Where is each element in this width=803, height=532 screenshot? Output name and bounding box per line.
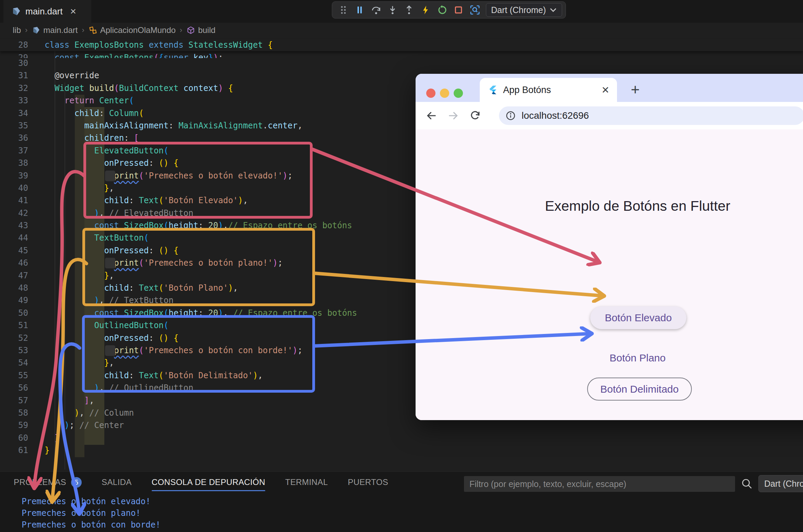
new-tab-button[interactable]: + [626,80,645,99]
line-number: 37 [0,144,28,157]
debug-device-label: Dart (Chrome) [491,5,546,15]
outlined-button[interactable]: Botón Delimitado [587,378,692,401]
widget-inspector-icon[interactable] [467,3,482,17]
panel-tabs: PROBLEMAS5SALIDACONSOLA DE DEPURACIÓNTER… [14,472,388,493]
sticky-code-line: 28class ExemplosBotons extends Stateless… [0,39,803,51]
class-icon [89,26,97,35]
line-number: 48 [0,282,28,294]
breadcrumb-item-aplicacionolamundo[interactable]: AplicacionOlaMundo [89,25,176,35]
line-number: 28 [0,39,28,51]
panel-tab-terminal[interactable]: TERMINAL [285,472,328,493]
site-info-icon[interactable] [505,110,516,121]
hot-reload-icon[interactable] [418,3,433,17]
line-number: 29 [0,51,28,58]
step-over-icon[interactable] [369,3,384,17]
line-number: 46 [0,257,28,269]
line-number: 34 [0,107,28,119]
breadcrumb-separator: › [180,26,182,35]
console-line: Premeches o botón con borde! [22,519,161,531]
annotation-box-elevatedbutton [83,142,313,219]
annotation-box-outlinedbutton [82,315,315,393]
line-number: 42 [0,207,28,219]
chevron-down-icon [549,7,557,13]
step-into-icon[interactable] [385,3,400,17]
code-line-60: 60 } [0,432,803,444]
line-number: 54 [0,357,28,369]
console-line: Premeches o botón plano! [22,507,161,519]
dart-icon [32,26,40,35]
line-number: 43 [0,219,28,232]
search-icon[interactable] [741,477,753,491]
pause-icon[interactable] [352,3,367,17]
line-number: 56 [0,382,28,394]
line-number: 60 [0,432,28,444]
line-number: 58 [0,407,28,419]
bottom-panel: PROBLEMAS5SALIDACONSOLA DE DEPURACIÓNTER… [0,471,803,532]
line-number: 41 [0,194,28,207]
url-bar[interactable]: localhost:62696 [499,106,803,125]
reload-icon[interactable] [464,105,486,127]
browser-tab[interactable]: App Botóns ✕ [480,78,617,102]
line-number: 61 [0,444,28,456]
elevated-button[interactable]: Botón Elevado [590,307,686,329]
code-line-partial: 29 const ExemplosBotons({super.key}); [0,51,803,58]
window-zoom-button[interactable] [454,89,463,98]
drag-grip-icon[interactable] [336,3,351,17]
window-close-button[interactable] [426,89,435,98]
line-number: 35 [0,119,28,132]
line-number: 45 [0,244,28,257]
page-title: Exemplo de Botóns en Flutter [416,198,803,214]
line-number: 51 [0,319,28,332]
breadcrumb-item-main-dart[interactable]: main.dart [32,25,78,35]
panel-tab-problemas[interactable]: PROBLEMAS5 [14,472,82,493]
step-out-icon[interactable] [402,3,417,17]
line-number: 57 [0,394,28,407]
flutter-icon [487,85,498,95]
stop-icon[interactable] [451,3,466,17]
problems-count-badge: 5 [71,477,82,488]
line-number: 38 [0,157,28,169]
line-number: 59 [0,419,28,431]
console-filter-input[interactable] [464,476,735,492]
breadcrumb-item-build[interactable]: build [186,25,216,35]
line-number: 44 [0,232,28,244]
code-line-28: 28class ExemplosBotons extends Stateless… [0,39,803,51]
debug-toolbar: Dart (Chrome) [332,1,566,19]
forward-icon[interactable] [442,105,464,127]
panel-tab-salida[interactable]: SALIDA [102,472,132,493]
breadcrumb-separator: › [82,26,84,35]
line-number: 30 [0,57,28,69]
chrome-browser-window: App Botóns ✕ + localhost:62696 [416,74,803,420]
text-button[interactable]: Botón Plano [416,348,803,368]
editor-tab-bar: main.dart × [0,0,803,23]
line-number: 49 [0,294,28,307]
breadcrumb-item-lib[interactable]: lib [13,25,21,35]
line-number: 36 [0,132,28,144]
line-number: 32 [0,82,28,94]
browser-toolbar: localhost:62696 [416,102,803,129]
dart-file-icon [11,6,21,16]
indent-guide [55,51,55,471]
window-minimize-button[interactable] [440,89,449,98]
browser-tab-close-icon[interactable]: ✕ [602,84,609,96]
code-line-30: 30 [0,57,803,69]
debug-console-output: Premeches o botón elevado!Premeches o bo… [22,496,161,531]
breadcrumb: lib›main.dart›AplicacionOlaMundo›build [0,23,803,38]
restart-icon[interactable] [434,3,450,17]
line-number: 55 [0,369,28,382]
code-line-29: 29 const ExemplosBotons({super.key}); [0,51,803,58]
tab-close-icon[interactable]: × [70,5,76,17]
debug-session-selector[interactable]: Dart (Chrome) [758,475,803,492]
code-line-59: 59 ); // Center [0,419,803,431]
line-number: 53 [0,344,28,357]
console-filter[interactable] [464,476,735,492]
line-number: 47 [0,269,28,282]
back-icon[interactable] [420,105,442,127]
editor-tab-main-dart[interactable]: main.dart × [3,0,91,23]
code-line-61: 61} [0,444,803,456]
debug-device-selector[interactable]: Dart (Chrome) [486,3,562,17]
console-line: Premeches o botón elevado! [22,496,161,507]
panel-tab-puertos[interactable]: PUERTOS [348,472,388,493]
panel-tab-consola-de-depuración[interactable]: CONSOLA DE DEPURACIÓN [152,472,265,493]
line-number: 31 [0,69,28,82]
